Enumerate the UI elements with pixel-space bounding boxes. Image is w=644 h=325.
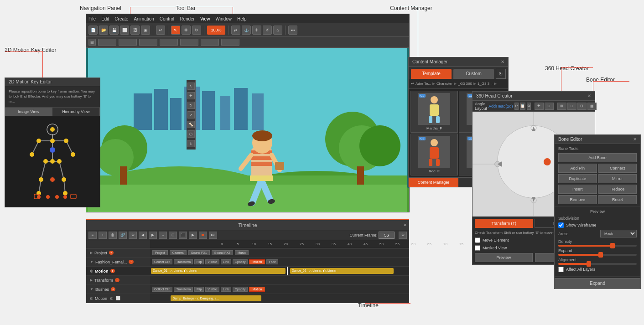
toolbar-loop[interactable]: ↺ [263, 26, 272, 35]
tl-r2[interactable]: ⬛ [179, 232, 187, 239]
hc-view1[interactable]: □ [567, 103, 576, 110]
be-wireframe-checkbox[interactable] [558, 222, 564, 228]
be-area-select[interactable]: Mask All None [600, 230, 637, 237]
menu-view[interactable]: View [200, 16, 210, 21]
fashion-visible-btn[interactable]: Visible [205, 259, 219, 264]
fashion-opacity-btn[interactable]: Opacity [233, 259, 248, 264]
fashion-transform-btn[interactable]: Transform [174, 259, 193, 264]
cm-tab-custom[interactable]: Custom [453, 69, 494, 79]
be-density-thumb[interactable] [610, 243, 615, 248]
cm-refresh-btn[interactable]: ↻ [496, 69, 506, 79]
track-motion-2-content[interactable]: Damp_Enlarge - ♪: Damping, ♪... [150, 294, 409, 303]
cm-item-martha[interactable]: G3 Martha_F [410, 91, 458, 133]
cm-bread-char[interactable]: Character [436, 82, 452, 86]
tl-r1[interactable]: ⊞ [169, 232, 177, 239]
nav-info[interactable]: ℹ [187, 140, 195, 147]
hc-view2[interactable]: ⊟ [577, 103, 587, 110]
current-frame-input[interactable] [379, 232, 395, 239]
motion-tab-image[interactable]: Image View [5, 108, 52, 116]
bushes-link-btn[interactable]: Link [221, 287, 231, 292]
hc-settings[interactable]: ⚙ [527, 103, 531, 110]
track-camera-btn[interactable]: Camera [170, 250, 187, 255]
fashion-collect-btn[interactable]: Collect Clip [152, 259, 172, 264]
track-sfx2-btn[interactable]: Sound FX2 [212, 250, 233, 255]
toolbar-undo[interactable]: ↩ [156, 26, 165, 35]
be-reset-btn[interactable]: Reset [598, 195, 637, 204]
toolbar-open[interactable]: 📂 [99, 26, 108, 35]
be-insert-btn[interactable]: Insert [558, 185, 597, 194]
toolbar-capture[interactable]: ▣ [141, 26, 150, 35]
nav-bone-tool[interactable]: 🦴 [187, 121, 195, 128]
toolbar-export[interactable]: ⬜ [120, 26, 129, 35]
fashion-face-btn[interactable]: Face [266, 259, 278, 264]
menu-animation[interactable]: Animation [134, 16, 154, 21]
tb2-frame1[interactable] [98, 39, 116, 46]
toolbar-grid[interactable]: ✛ [252, 26, 261, 35]
tl-menu[interactable]: ≡ [88, 232, 97, 239]
damp-enlarge-clip[interactable]: Damp_Enlarge - ♪: Damping, ♪... [171, 295, 261, 301]
tl-keyframe[interactable]: ⬦ [159, 232, 167, 239]
track-project-btn[interactable]: Project [152, 250, 168, 255]
be-alignment-thumb[interactable] [587, 261, 591, 267]
tl-delete[interactable]: 🗑 [109, 232, 117, 239]
nav-rotate-tool[interactable]: ↻ [187, 102, 195, 109]
hc-view3[interactable]: ▦ [587, 103, 597, 110]
cm-tab-template[interactable]: Template [411, 69, 452, 79]
tb2-frame3[interactable] [139, 39, 157, 46]
tl-settings[interactable]: ⚙ [129, 232, 137, 239]
bushes-flip-btn[interactable]: Flip [194, 287, 204, 292]
hc-tab-transform[interactable]: Transform (T) [475, 219, 533, 228]
fashion-flip-btn[interactable]: Flip [194, 259, 204, 264]
tb2-frame7[interactable] [221, 39, 239, 46]
bushes-collect-btn[interactable]: Collect Clip [152, 287, 172, 292]
be-alignment-track[interactable] [558, 263, 637, 265]
tl-add[interactable]: + [99, 232, 107, 239]
tb2-grid[interactable]: ⊞ [88, 39, 96, 46]
toolbar-save[interactable]: 💾 [109, 26, 119, 35]
toolbar-select[interactable]: ↖ [171, 26, 180, 35]
tl-options[interactable]: ⚙ [399, 232, 407, 239]
toolbar-move[interactable]: ✚ [182, 26, 191, 35]
be-add-bone-btn[interactable]: Add Bone [558, 153, 637, 162]
menu-create[interactable]: Create [114, 16, 128, 21]
hc-move[interactable]: ✚ [535, 103, 544, 110]
tl-play[interactable]: ▶ [189, 232, 197, 239]
nav-move-tool[interactable]: ✚ [187, 92, 195, 99]
tl-next[interactable]: ▶ [149, 232, 157, 239]
fashion-link-btn[interactable]: Link [221, 259, 231, 264]
nav-scale-tool[interactable]: ⤢ [187, 111, 195, 119]
toolbar-new[interactable]: 📄 [88, 26, 98, 35]
menu-edit[interactable]: Edit [101, 16, 109, 21]
bushes-opacity-btn[interactable]: Opacity [233, 287, 248, 292]
toolbar-home[interactable]: ⌂ [273, 26, 282, 35]
hc-addhead-link[interactable]: AddHead(2d) [488, 104, 513, 108]
tb2-frame2[interactable] [119, 39, 137, 46]
cm-item-red[interactable]: G3 Red_F [410, 134, 458, 175]
cm-bottom-tab-content[interactable]: Content Manager [409, 178, 458, 187]
cm-bread-actor[interactable]: Ador Te... [415, 82, 431, 86]
track-motion-1-content[interactable]: Dance_01 - ♪: Linear, ◐: Linear Dance_02… [150, 267, 409, 275]
bushes-transform-btn[interactable]: Transform [174, 287, 193, 292]
hc-grid[interactable]: ⊞ [557, 103, 566, 110]
menu-window[interactable]: Window [215, 16, 232, 21]
menu-help[interactable]: Help [237, 16, 247, 21]
hc-close[interactable]: ✕ [587, 93, 591, 98]
menu-render[interactable]: Render [180, 16, 195, 21]
track-sfx1-btn[interactable]: Sound FX1 [188, 250, 210, 255]
tb2-frame6[interactable] [201, 39, 219, 46]
cm-close[interactable]: ✕ [501, 59, 504, 64]
be-reduce-btn[interactable]: Reduce [598, 185, 637, 194]
menu-file[interactable]: File [88, 16, 96, 21]
hc-copy[interactable]: 📋 [520, 103, 525, 110]
nav-select-tool[interactable]: ↖ [187, 83, 195, 90]
toolbar-img[interactable]: 🖼 [130, 26, 140, 35]
hc-preview-btn[interactable]: Preview [475, 253, 533, 262]
be-connect-btn[interactable]: Connect [598, 164, 637, 173]
tl-record[interactable]: ⏺ [199, 232, 207, 239]
be-expand-track[interactable] [558, 254, 637, 256]
hc-masked-checkbox[interactable] [475, 245, 480, 251]
be-expand-button[interactable]: Expand [555, 278, 640, 289]
timeline-close[interactable]: ✕ [403, 222, 407, 227]
be-close[interactable]: ✕ [633, 137, 637, 142]
tl-prev[interactable]: ◀ [139, 232, 147, 239]
